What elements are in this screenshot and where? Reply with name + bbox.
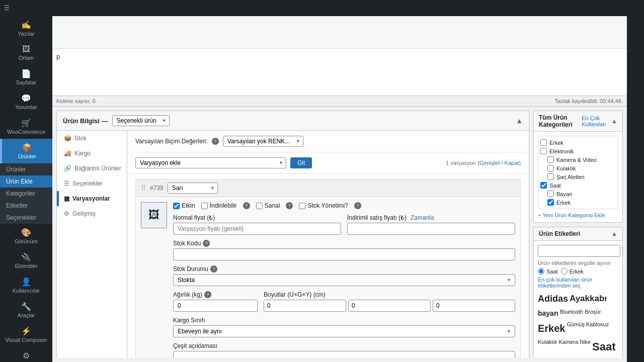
- git-button[interactable]: Git: [290, 157, 312, 168]
- sidebar-item-sayfalar[interactable]: 📄 Sayfalar: [0, 65, 52, 89]
- variation-add-select[interactable]: Varyasyon ekle ▼: [135, 157, 286, 168]
- tab-secenekler[interactable]: ☰ Seçenekler: [57, 176, 127, 191]
- tags-input[interactable]: [538, 245, 620, 257]
- stok-yonetimi-checkbox-label[interactable]: Stok Yönetimi?: [299, 202, 348, 209]
- tag-bayan[interactable]: bayan: [538, 308, 558, 319]
- stok-kodu-input[interactable]: [173, 248, 515, 260]
- tag-ayakkabi[interactable]: Ayakkabı: [570, 292, 607, 306]
- sidebar-item-kullanicilar[interactable]: 👤 Kullanıcılar: [0, 273, 52, 298]
- indirimli-fiyat-input[interactable]: [347, 223, 515, 235]
- choose-tags-link[interactable]: En çok kullanılan ürün etiketlerinden se…: [538, 277, 618, 289]
- sidebar-item-ortam[interactable]: 🖼 Ortam: [0, 41, 52, 65]
- collapse-tags-button[interactable]: ▲: [611, 230, 617, 237]
- product-type-select[interactable]: Seçenekli ürün ▼: [112, 115, 170, 126]
- tab-gelismis[interactable]: ⚙ Gelişmiş: [57, 206, 127, 221]
- tag-sal[interactable]: Şal: [538, 357, 546, 358]
- cat-elektronik-check[interactable]: [540, 148, 547, 154]
- indirilebilir-checkbox-label[interactable]: İndirilebilir: [201, 202, 237, 209]
- variation-image[interactable]: 🖼: [141, 202, 167, 228]
- tab-kargo[interactable]: 🚚 Kargo: [57, 146, 127, 161]
- submenu-item-kategoriler[interactable]: Kategoriler: [0, 188, 52, 200]
- sidebar-item-araclar[interactable]: 🔧 Araçlar: [0, 298, 52, 322]
- category-item-erkek-sub[interactable]: Erkek: [540, 198, 616, 207]
- drag-icon[interactable]: ⠿: [141, 184, 146, 192]
- tab-baglantili[interactable]: 🔗 Bağlantılı Ürünler: [57, 161, 127, 176]
- tags-panel-header[interactable]: Ürün Etiketleri ▲: [534, 227, 622, 241]
- sidebar-item-eklentiler[interactable]: 🔌 Eklentiler: [0, 248, 52, 273]
- boyut-g-input[interactable]: [348, 300, 431, 312]
- category-item-saat[interactable]: Saat: [540, 181, 616, 190]
- boyutlar-label: Boyutlar (U×G×Y) (cm): [264, 291, 515, 298]
- stok-durumu-select[interactable]: Stokta Stokta Yok ▼: [173, 274, 515, 286]
- collapse-categories-button[interactable]: ▲: [611, 118, 617, 125]
- tag-nike[interactable]: Nike: [580, 338, 591, 355]
- sidebar-item-gorunum[interactable]: 🎨 Görünüm: [0, 224, 52, 248]
- category-item-kamera[interactable]: Kamera & Video: [540, 155, 616, 164]
- cat-kamera-check[interactable]: [547, 156, 554, 163]
- tag-radio-erkek[interactable]: [561, 268, 568, 275]
- sanal-checkbox[interactable]: [256, 203, 263, 209]
- most-used-link[interactable]: En Çok Kullanılan: [582, 115, 608, 127]
- boyut-w-input[interactable]: [264, 300, 346, 312]
- collapse-product-data-button[interactable]: ▲: [516, 117, 523, 125]
- etkin-checkbox[interactable]: [173, 203, 180, 209]
- editor-content[interactable]: p: [52, 49, 627, 96]
- sidebar-item-yorumlar[interactable]: 💬 Yorumlar: [0, 89, 52, 114]
- sidebar-item-woocommerce[interactable]: 🛒 WooCommerce: [0, 114, 52, 139]
- tag-erkek[interactable]: Erkek: [538, 320, 566, 336]
- cat-erkek-sub-check[interactable]: [547, 199, 554, 206]
- etkin-checkbox-label[interactable]: Etkin: [173, 202, 195, 209]
- tag-bluetooth[interactable]: Bluetooth: [559, 308, 583, 319]
- agirlik-input[interactable]: [173, 300, 258, 312]
- tag-saat[interactable]: Saat: [592, 338, 615, 355]
- product-icon: 📦: [22, 143, 32, 152]
- variation-color-select[interactable]: Sarı ▼: [168, 183, 218, 194]
- sidebar-item-urunler[interactable]: 📦 Ürünler: [0, 139, 52, 163]
- tag-sticker[interactable]: Sticker: [576, 357, 600, 358]
- add-category-link[interactable]: + Yeni Ürün Kategorisi Ekle: [538, 212, 618, 218]
- cat-saat-check[interactable]: [540, 182, 547, 189]
- submenu-item-urun-ekle[interactable]: Ürün Ekle: [0, 175, 52, 188]
- default-color-select[interactable]: Varsayılan yok RENK... ▼: [223, 136, 303, 147]
- tag-silver[interactable]: Silver: [547, 357, 561, 358]
- kargo-sinifi-select[interactable]: Ebeveyn ile aynı ▼: [173, 325, 515, 337]
- sanal-checkbox-label[interactable]: Sanal: [256, 202, 280, 209]
- boyut-y-input[interactable]: [433, 300, 515, 312]
- indirilebilir-checkbox[interactable]: [201, 203, 208, 209]
- variation-item: ⠿ #739 Sarı ▼: [135, 179, 521, 358]
- normal-fiyat-input[interactable]: [173, 223, 341, 235]
- add-tag-button[interactable]: Ekle: [622, 245, 623, 257]
- tag-sony[interactable]: sony: [562, 357, 574, 358]
- submenu-item-secenekler[interactable]: Seçenekler: [0, 212, 52, 224]
- submenu-item-etiketler[interactable]: Etiketler: [0, 200, 52, 212]
- tag-kulaklik[interactable]: Kulaklık: [538, 338, 557, 355]
- tag-kamera[interactable]: Kamera: [559, 338, 579, 355]
- cat-kulaklik-check[interactable]: [547, 165, 554, 171]
- cat-bayan-check[interactable]: [547, 191, 554, 197]
- category-item-elektronik[interactable]: Elektronik: [540, 147, 616, 155]
- tag-brosur[interactable]: Broşür: [585, 308, 601, 319]
- category-item-bayan[interactable]: Bayan: [540, 190, 616, 198]
- tag-sus[interactable]: Süs: [601, 357, 610, 358]
- category-item-kulaklik[interactable]: Kulaklık: [540, 164, 616, 172]
- category-item-sarj[interactable]: Şarj Aletleri: [540, 172, 616, 181]
- cat-sarj-check[interactable]: [547, 173, 554, 180]
- categories-panel-header[interactable]: Tüm Ürün Kategorileri En Çok Kullanılan …: [534, 111, 622, 132]
- tab-varyasyonlar[interactable]: ▦ Varyasyonlar: [57, 191, 127, 206]
- tag-kablosuz[interactable]: Kablosuz: [586, 320, 609, 336]
- submenu-item-urunler[interactable]: Ürünler: [0, 163, 52, 175]
- stok-yonetimi-checkbox[interactable]: [299, 203, 305, 209]
- normal-fiyat-label: Normal fiyat (₺): [173, 214, 341, 221]
- tag-adidas[interactable]: Adidas: [538, 292, 568, 306]
- cesit-aciklamasi-input[interactable]: [173, 351, 515, 358]
- sidebar-item-yazarlar[interactable]: ✍ Yazılar: [0, 16, 52, 41]
- sidebar-item-ayarlar[interactable]: ⚙ Ayarlar: [0, 347, 52, 362]
- tab-stok[interactable]: 📦 Stok: [57, 131, 127, 146]
- sidebar-item-visual-composer[interactable]: ⚡ Visual Composer: [0, 322, 52, 347]
- tag-gumus[interactable]: Gümüş: [567, 320, 585, 336]
- category-item-erkek-top[interactable]: Erkek: [540, 138, 616, 147]
- tag-radio-saat[interactable]: [538, 268, 544, 275]
- genislet-link[interactable]: (Genişlet / Kapat): [477, 160, 521, 166]
- zamanla-link[interactable]: Zamanla: [411, 214, 434, 221]
- cat-erkek-top-check[interactable]: [540, 139, 547, 146]
